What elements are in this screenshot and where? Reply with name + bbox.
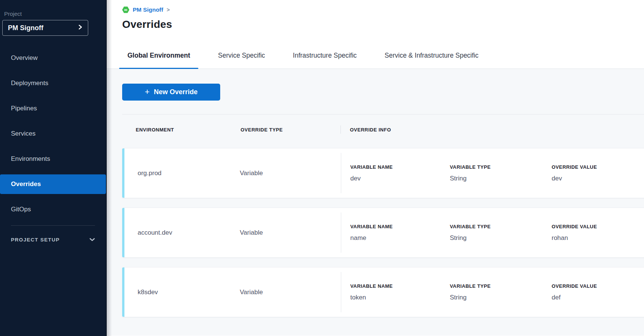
variable-name-value: dev (350, 175, 450, 182)
tab-global-environment[interactable]: Global Environment (119, 46, 198, 69)
variable-type-value: String (450, 294, 552, 301)
row-accent-bar (122, 148, 124, 198)
sidebar-item-pipelines[interactable]: Pipelines (0, 99, 106, 118)
variable-type-label: VARIABLE TYPE (450, 164, 552, 170)
sidebar-item-environments[interactable]: Environments (0, 149, 106, 169)
tab-service-and-infrastructure-specific[interactable]: Service & Infrastructure Specific (376, 46, 487, 69)
variable-name-value: token (350, 294, 450, 301)
sidebar-item-gitops[interactable]: GitOps (0, 200, 106, 219)
sidebar-item-overview[interactable]: Overview (0, 48, 106, 68)
new-override-button[interactable]: + New Override (122, 84, 220, 101)
project-name: PM Signoff (8, 24, 43, 32)
row-accent-bar (122, 208, 124, 257)
overrides-panel: + New Override ENVIRONMENT OVERRIDE TYPE… (107, 69, 644, 336)
project-sidebar: Project PM Signoff Overview Deployments … (0, 0, 107, 336)
override-rows: org.prod Variable VARIABLE NAME dev VARI… (122, 148, 644, 317)
override-value-value: dev (552, 175, 597, 182)
row-override-type: Variable (240, 229, 341, 237)
sidebar-divider (11, 225, 95, 226)
variable-type-label: VARIABLE TYPE (450, 224, 552, 229)
table-header: ENVIRONMENT OVERRIDE TYPE OVERRIDE INFO (122, 115, 644, 134)
column-header-override-type: OVERRIDE TYPE (241, 127, 340, 133)
row-override-type: Variable (240, 289, 341, 296)
table-row[interactable]: org.prod Variable VARIABLE NAME dev VARI… (122, 148, 644, 198)
variable-name-value: name (350, 234, 450, 242)
row-environment: k8sdev (138, 289, 240, 296)
chevron-down-icon (89, 237, 95, 243)
breadcrumb-separator-icon: > (167, 7, 170, 13)
cd-module-icon: ∞ (122, 6, 129, 14)
override-info: VARIABLE NAME name VARIABLE TYPE String … (341, 224, 597, 242)
variable-name-label: VARIABLE NAME (350, 164, 450, 170)
variable-type-value: String (450, 234, 552, 242)
app-window: Project PM Signoff Overview Deployments … (0, 0, 644, 336)
sidebar-item-overrides[interactable]: Overrides (0, 174, 106, 194)
variable-type-label: VARIABLE TYPE (450, 283, 552, 289)
override-value-label: OVERRIDE VALUE (552, 224, 597, 229)
sidebar-nav: Overview Deployments Pipelines Services … (0, 48, 106, 219)
project-setup-label: PROJECT SETUP (11, 237, 60, 243)
override-value-label: OVERRIDE VALUE (552, 164, 597, 170)
sidebar-item-deployments[interactable]: Deployments (0, 73, 106, 93)
new-override-button-label: New Override (154, 88, 198, 96)
variable-name-label: VARIABLE NAME (350, 283, 450, 289)
column-header-override-info: OVERRIDE INFO (341, 127, 391, 133)
tab-infrastructure-specific[interactable]: Infrastructure Specific (285, 46, 365, 69)
sidebar-item-services[interactable]: Services (0, 124, 106, 144)
row-environment: org.prod (138, 170, 240, 177)
override-info: VARIABLE NAME token VARIABLE TYPE String… (341, 283, 597, 301)
column-header-environment: ENVIRONMENT (136, 127, 241, 133)
table-row[interactable]: account.dev Variable VARIABLE NAME name … (122, 208, 644, 258)
row-environment: account.dev (138, 229, 240, 237)
override-value-value: rohan (552, 234, 597, 242)
override-value-value: def (552, 294, 597, 301)
project-selector[interactable]: PM Signoff (2, 20, 88, 36)
plus-icon: + (145, 88, 150, 96)
project-setup-section[interactable]: PROJECT SETUP (11, 237, 95, 243)
override-value-label: OVERRIDE VALUE (552, 283, 597, 289)
override-tabs: Global Environment Service Specific Infr… (107, 46, 644, 69)
page-title: Overrides (122, 18, 644, 31)
variable-type-value: String (450, 175, 552, 182)
row-override-type: Variable (240, 170, 341, 177)
project-label: Project (4, 11, 106, 17)
breadcrumb-project-link[interactable]: PM Signoff (133, 6, 163, 13)
override-info: VARIABLE NAME dev VARIABLE TYPE String O… (341, 164, 597, 182)
breadcrumb: ∞ PM Signoff > (122, 6, 644, 14)
row-accent-bar (122, 267, 124, 317)
table-row[interactable]: k8sdev Variable VARIABLE NAME token VARI… (122, 267, 644, 317)
variable-name-label: VARIABLE NAME (350, 224, 450, 229)
tab-service-specific[interactable]: Service Specific (210, 46, 273, 69)
chevron-right-icon (78, 24, 83, 31)
main-content: ∞ PM Signoff > Overrides Global Environm… (107, 0, 644, 336)
topbar: ∞ PM Signoff > (107, 0, 644, 14)
